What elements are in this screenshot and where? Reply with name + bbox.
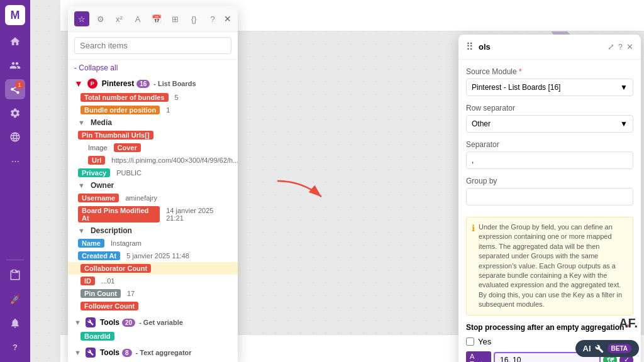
yes-label: Yes	[478, 337, 491, 346]
picker-header: ☆ ⚙ x² A 📅 ⊞ {} ? ✕	[68, 6, 238, 32]
item-picker-panel: ☆ ⚙ x² A 📅 ⊞ {} ? ✕ - Collapse all	[68, 6, 238, 362]
collapse-all-button[interactable]: - Collapse all	[68, 60, 238, 76]
picker-close-button[interactable]: ✕	[224, 14, 231, 24]
pinterest-section: ▼ P Pinterest 16 - List Boards Total num…	[68, 76, 238, 312]
app-logo[interactable]: M	[5, 5, 25, 25]
settings-help-icon[interactable]: ?	[618, 42, 623, 52]
tree-group-owner[interactable]: ▼ Owner	[68, 179, 238, 192]
af-label: AF.	[619, 316, 638, 331]
picker-tab-help[interactable]: ?	[205, 11, 220, 26]
picker-tab-table[interactable]: ⊞	[168, 11, 183, 26]
info-icon: ℹ	[472, 222, 475, 310]
yes-checkbox[interactable]	[466, 337, 474, 346]
pinterest-section-header[interactable]: ▼ P Pinterest 16 - List Boards	[68, 76, 238, 91]
picker-tab-settings[interactable]: ⚙	[93, 11, 108, 26]
tree-item-pin-count[interactable]: Pin Count 17	[68, 287, 238, 300]
tree-item-image-cover[interactable]: Image Cover	[68, 141, 238, 154]
tree-group-media[interactable]: ▼ Media	[68, 116, 238, 129]
group-by-group: Group by	[466, 177, 633, 209]
picker-tab-superscript[interactable]: A	[130, 11, 145, 26]
canvas-area: Integration Canva P 6 Pinterest List Boa…	[30, 0, 644, 362]
separator-input[interactable]	[466, 151, 633, 169]
tree-item-name[interactable]: Name Instagram	[68, 237, 238, 250]
picker-tab-code[interactable]: x²	[112, 11, 127, 26]
tools-text-section: ▼ Tools 8 - Text aggregator text Instagr…	[68, 345, 238, 362]
source-module-label: Source Module *	[466, 67, 633, 76]
separator-group: Separator	[466, 140, 633, 169]
tree-item-id[interactable]: ID ...01	[68, 275, 238, 287]
group-by-label: Group by	[466, 177, 633, 185]
tree-item-board-id[interactable]: BoardId	[68, 330, 238, 343]
tree-item-url[interactable]: Url https://i.pinimg.com/400×300/f4/99/6…	[68, 154, 238, 167]
settings-body: Source Module * Pinterest - List Boards …	[458, 60, 641, 362]
tree-item-board-pins-modified[interactable]: Board Pins Modified At 14 janvier 2025 2…	[68, 204, 238, 224]
sidebar-item-help[interactable]: ?	[5, 337, 25, 357]
tree-item-collaborator-count[interactable]: Collaborator Count	[68, 262, 238, 275]
tools-text-header[interactable]: ▼ Tools 8 - Text aggregator	[68, 345, 238, 360]
source-module-group: Source Module * Pinterest - List Boards …	[466, 67, 633, 96]
tools-get-section: ▼ Tools 20 - Get variable BoardId	[68, 315, 238, 343]
tools-get-header[interactable]: ▼ Tools 20 - Get variable	[68, 315, 238, 330]
sidebar-item-rocket[interactable]: 🚀	[5, 289, 25, 309]
picker-search-input[interactable]	[74, 37, 231, 54]
settings-expand-icon[interactable]: ⤢	[608, 42, 614, 52]
separator-label: Separator	[466, 140, 633, 149]
settings-panel-title: ols	[479, 42, 602, 52]
sidebar-item-home[interactable]	[5, 31, 25, 52]
stop-label: Stop processing after an empty aggregati…	[466, 323, 633, 332]
picker-tree: ▼ P Pinterest 16 - List Boards Total num…	[68, 76, 238, 362]
sidebar-item-book[interactable]	[5, 265, 25, 285]
info-box: ℹ Under the Group by field, you can defi…	[466, 217, 633, 315]
picker-search-container	[68, 32, 238, 60]
sidebar-item-globe[interactable]	[5, 127, 25, 147]
source-module-select[interactable]: Pinterest - List Boards [16] ▼	[466, 79, 633, 96]
row-separator-label: Row separator	[466, 104, 633, 112]
tree-item-follower-count[interactable]: Follower Count	[68, 300, 238, 312]
tree-item-username[interactable]: Username aminefajry	[68, 192, 238, 204]
tree-group-description[interactable]: ▼ Description	[68, 224, 238, 237]
picker-tab-star[interactable]: ☆	[74, 11, 89, 26]
sidebar-item-settings[interactable]	[5, 103, 25, 123]
picker-tab-calendar[interactable]: 📅	[149, 11, 164, 26]
sidebar-item-share[interactable]: 1	[5, 79, 25, 99]
tree-item-privacy[interactable]: Privacy PUBLIC	[68, 167, 238, 179]
settings-panel: ⠿ ols ⤢ ? ✕ Source Module * Pinterest - …	[458, 35, 641, 362]
sidebar: M 1 ⋯ 🚀 ?	[0, 0, 30, 362]
beta-label: BETA	[608, 344, 631, 353]
tree-item-pin-thumbnail[interactable]: Pin Thumbnail Urls[]	[68, 129, 238, 141]
group-by-input[interactable]	[466, 188, 633, 206]
tree-item-created-at[interactable]: Created At 5 janvier 2025 11:48	[68, 250, 238, 262]
settings-close-icon[interactable]: ✕	[626, 42, 633, 52]
settings-header-icons: ⤢ ? ✕	[608, 42, 633, 52]
tree-item-bundle-order[interactable]: Bundle order position 1	[68, 104, 238, 116]
row-separator-group: Row separator Other ▼	[466, 104, 633, 133]
picker-tab-curly[interactable]: {}	[187, 11, 202, 26]
sidebar-badge: 1	[15, 80, 24, 89]
row-separator-select[interactable]: Other ▼	[466, 115, 633, 133]
sidebar-item-more[interactable]: ⋯	[5, 151, 25, 171]
tree-item-total-bundles[interactable]: Total number of bundles 5	[68, 91, 238, 104]
ai-badge[interactable]: AI BETA	[575, 340, 639, 357]
sidebar-item-users[interactable]	[5, 55, 25, 75]
text-label: A Text	[466, 351, 491, 362]
settings-panel-header: ⠿ ols ⤢ ? ✕	[458, 35, 641, 60]
sidebar-item-bell[interactable]	[5, 313, 25, 333]
settings-drag-icon: ⠿	[466, 41, 474, 53]
